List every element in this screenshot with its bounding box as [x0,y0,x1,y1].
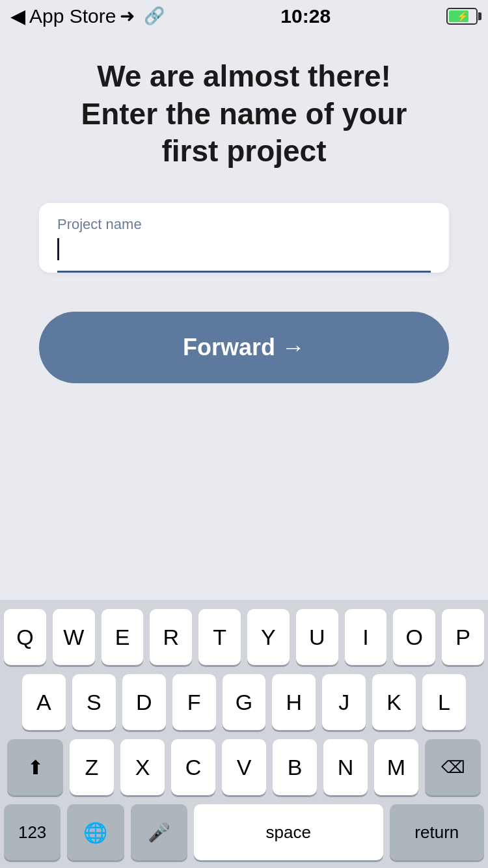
space-key[interactable]: space [194,804,383,860]
back-arrow-icon: ◀ [10,5,25,27]
delete-key[interactable]: ⌫ [425,739,481,795]
key-s[interactable]: S [72,674,116,730]
key-f[interactable]: F [172,674,216,730]
key-v[interactable]: V [222,739,266,795]
forward-button-label: Forward → [183,334,305,361]
key-h[interactable]: H [272,674,316,730]
key-l[interactable]: L [422,674,466,730]
key-y[interactable]: Y [247,609,290,665]
keyboard-row-2: A S D F G H J K L [4,674,484,730]
key-a[interactable]: A [22,674,66,730]
key-m[interactable]: M [374,739,418,795]
input-label: Project name [57,216,431,233]
numbers-key[interactable]: 123 [4,804,61,860]
keyboard-row-4: 123 🌐 🎤 space return [4,804,484,860]
key-x[interactable]: X [120,739,165,795]
key-b[interactable]: B [273,739,317,795]
key-w[interactable]: W [53,609,95,665]
shift-key[interactable]: ⬆ [7,739,63,795]
keyboard: Q W E R T Y U I O P A S D F G H J K L ⬆ … [0,600,488,868]
key-n[interactable]: N [323,739,368,795]
keyboard-row-1: Q W E R T Y U I O P [4,609,484,665]
key-p[interactable]: P [442,609,484,665]
return-key[interactable]: return [390,804,484,860]
key-q[interactable]: Q [4,609,46,665]
main-content: We are almost there!Enter the name of yo… [0,32,488,600]
status-bar: ◀ App Store ➜ 🔗 10:28 ⚡ [0,0,488,32]
app-store-label[interactable]: App Store [29,5,116,27]
key-k[interactable]: K [372,674,416,730]
forward-arrow-icon: ➜ [120,5,135,27]
forward-button[interactable]: Forward → [39,312,449,383]
page-title: We are almost there!Enter the name of yo… [81,58,407,170]
key-r[interactable]: R [150,609,192,665]
key-d[interactable]: D [122,674,166,730]
key-c[interactable]: C [171,739,215,795]
key-j[interactable]: J [322,674,366,730]
key-o[interactable]: O [393,609,435,665]
keyboard-row-3: ⬆ Z X C V B N M ⌫ [4,739,484,795]
battery-icon: ⚡ [446,8,478,25]
key-u[interactable]: U [296,609,338,665]
status-left: ◀ App Store ➜ 🔗 [10,5,165,27]
mic-key[interactable]: 🎤 [131,804,187,860]
text-cursor [57,238,59,260]
link-icon: 🔗 [144,6,165,26]
globe-key[interactable]: 🌐 [67,804,124,860]
battery-bolt-icon: ⚡ [457,11,468,21]
key-i[interactable]: I [345,609,387,665]
key-g[interactable]: G [223,674,266,730]
status-time: 10:28 [280,5,331,27]
key-z[interactable]: Z [70,739,114,795]
status-right: ⚡ [446,8,478,25]
project-name-container: Project name [39,203,449,273]
key-t[interactable]: T [198,609,241,665]
key-e[interactable]: E [102,609,144,665]
